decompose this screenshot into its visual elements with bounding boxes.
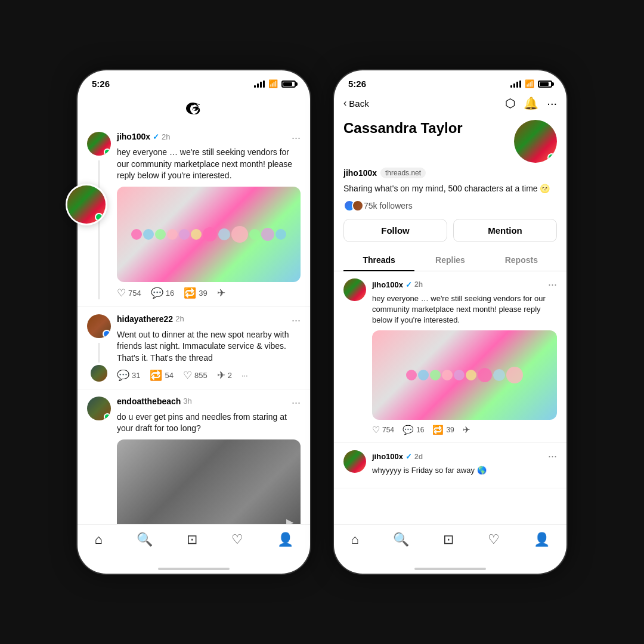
profile-online-dot — [547, 153, 556, 162]
battery-icon-2 — [538, 80, 552, 88]
ppost-1-like[interactable]: ♡ 754 — [372, 425, 394, 435]
profile-post-1-avatar-img — [343, 278, 366, 301]
post-2-more-actions[interactable]: ··· — [242, 371, 248, 380]
back-button[interactable]: ‹ Back — [343, 98, 369, 109]
follower-avatars — [343, 200, 360, 212]
post-1-more-btn[interactable]: ··· — [292, 132, 301, 144]
post-2-more-btn[interactable]: ··· — [292, 314, 301, 327]
post-1-header: jiho100x ✓ 2h ··· — [117, 132, 301, 144]
nav-home-2[interactable]: ⌂ — [351, 532, 358, 547]
profile-top: Cassandra Taylor — [343, 120, 557, 163]
profile-post-1-craft-img — [372, 330, 557, 420]
post-1-likes: 754 — [128, 289, 141, 298]
post-3-more-btn[interactable]: ··· — [292, 397, 301, 409]
ppost-1-share[interactable]: ✈ — [463, 425, 470, 435]
phone-2-shell: 5:26 📶 ‹ Back ⬡ 🔔 ··· — [334, 70, 566, 574]
profile-post-1-avatar — [343, 278, 366, 301]
post-1-comment-btn[interactable]: 💬 16 — [151, 287, 174, 299]
profile-post-1-more[interactable]: ··· — [548, 278, 557, 291]
nav-compose-1[interactable]: ⊡ — [187, 532, 197, 547]
post-1-image — [117, 187, 301, 282]
post-1-craft-image — [117, 187, 301, 282]
profile-name-block: Cassandra Taylor — [343, 120, 463, 137]
profile-action-buttons: Follow Mention — [343, 219, 557, 242]
post-2-comment-btn[interactable]: 💬 31 — [117, 369, 140, 382]
reply-avatar-2 — [91, 365, 107, 382]
profile-bio: Sharing what's on my mind, 500 character… — [343, 183, 557, 195]
post-1-text: hey everyone … we're still seeking vendo… — [117, 147, 301, 182]
post-3-avatar — [87, 397, 111, 420]
profile-post-2-verified: ✓ — [405, 452, 412, 461]
post-3-online-dot — [104, 413, 111, 420]
mention-button[interactable]: Mention — [453, 219, 557, 242]
post-2-user: hidayathere22 2h — [117, 314, 184, 324]
status-bar-2: 5:26 📶 — [334, 70, 566, 92]
post-2-avatar — [87, 314, 111, 338]
post-1-comments: 16 — [166, 289, 174, 298]
post-1-verified: ✓ — [153, 132, 159, 141]
share-icon: ✈ — [217, 287, 225, 299]
post-3-left — [87, 397, 111, 524]
tab-reposts[interactable]: Reposts — [486, 249, 557, 271]
follow-button[interactable]: Follow — [343, 219, 447, 242]
share-icon-p1: ✈ — [463, 425, 470, 435]
followers-count: 75k followers — [364, 201, 413, 210]
ppost-1-comment[interactable]: 💬 16 — [402, 425, 424, 435]
more-options-icon[interactable]: ··· — [547, 97, 557, 110]
tab-threads[interactable]: Threads — [343, 249, 414, 271]
instagram-icon[interactable]: ⬡ — [505, 96, 515, 110]
post-2-likes: 855 — [194, 371, 208, 380]
post-1-avatar — [87, 132, 111, 156]
post-1: jiho100x ✓ 2h ··· hey everyone … we're s… — [78, 125, 310, 307]
post-2-share-btn[interactable]: ✈ 2 — [217, 369, 232, 382]
status-time-2: 5:26 — [348, 79, 366, 89]
post-3-right: endoatthebeach 3h ··· do u ever get pins… — [117, 397, 301, 524]
post-2-like-btn[interactable]: ♡ 855 — [183, 369, 208, 382]
profile-post-1-text: hey everyone … we're still seeking vendo… — [372, 293, 557, 326]
profile-post-2-avatar-img — [343, 450, 366, 473]
profile-post-2-username: jiho100x — [372, 452, 403, 461]
thread-line-1 — [98, 160, 100, 299]
nav-home-1[interactable]: ⌂ — [94, 532, 102, 547]
nav-search-1[interactable]: 🔍 — [137, 532, 153, 547]
post-1-like-btn[interactable]: ♡ 754 — [117, 287, 141, 299]
post-1-user: jiho100x ✓ 2h — [117, 132, 171, 141]
profile-post-2-user: jiho100x ✓ 2d — [372, 452, 423, 461]
profile-post-2-avatar — [343, 450, 366, 473]
post-3-image — [117, 439, 301, 524]
profile-name: Cassandra Taylor — [343, 120, 463, 137]
profile-post-2-more[interactable]: ··· — [548, 450, 557, 463]
post-2-left — [87, 314, 111, 382]
nav-heart-2[interactable]: ♡ — [488, 532, 500, 547]
nav-compose-2[interactable]: ⊡ — [443, 532, 454, 547]
profile-post-2-text: whyyyyy is Friday so far away 🌎 — [372, 465, 557, 476]
profile-header-bar: ‹ Back ⬡ 🔔 ··· — [334, 92, 566, 115]
post-2-repost-btn[interactable]: 🔁 54 — [150, 369, 173, 382]
nav-profile-2[interactable]: 👤 — [534, 532, 550, 547]
post-3-text: do u ever get pins and needles from star… — [117, 411, 301, 435]
profile-post-1-verified: ✓ — [405, 280, 412, 289]
profile-handle: jiho100x — [343, 168, 377, 178]
tab-replies[interactable]: Replies — [414, 249, 485, 271]
post-2: hidayathere22 2h ··· Went out to dinner … — [78, 307, 310, 389]
ppost-1-likes: 754 — [382, 426, 394, 434]
post-1-right: jiho100x ✓ 2h ··· hey everyone … we're s… — [117, 132, 301, 299]
nav-search-2[interactable]: 🔍 — [393, 532, 409, 547]
profile-avatar — [514, 120, 557, 163]
status-icons-2: 📶 — [510, 79, 552, 88]
nav-heart-1[interactable]: ♡ — [231, 532, 243, 547]
profile-post-2-right: jiho100x ✓ 2d ··· whyyyyy is Friday so f… — [372, 450, 557, 481]
post-3-user: endoatthebeach 3h — [117, 397, 192, 406]
bell-icon[interactable]: 🔔 — [524, 96, 538, 110]
post-1-share-btn[interactable]: ✈ — [217, 287, 225, 299]
ppost-1-reposts: 39 — [446, 426, 454, 434]
profile-post-2: jiho100x ✓ 2d ··· whyyyyy is Friday so f… — [334, 443, 566, 488]
ppost-1-repost[interactable]: 🔁 39 — [432, 425, 454, 435]
comment-icon: 💬 — [151, 287, 163, 299]
post-1-repost-btn[interactable]: 🔁 39 — [184, 287, 207, 299]
profile-post-1-username: jiho100x — [372, 280, 403, 289]
comment-icon-p1: 💬 — [402, 425, 414, 435]
wifi-icon-2: 📶 — [525, 79, 534, 88]
nav-profile-1[interactable]: 👤 — [277, 532, 293, 547]
post-2-comments: 31 — [132, 371, 140, 380]
